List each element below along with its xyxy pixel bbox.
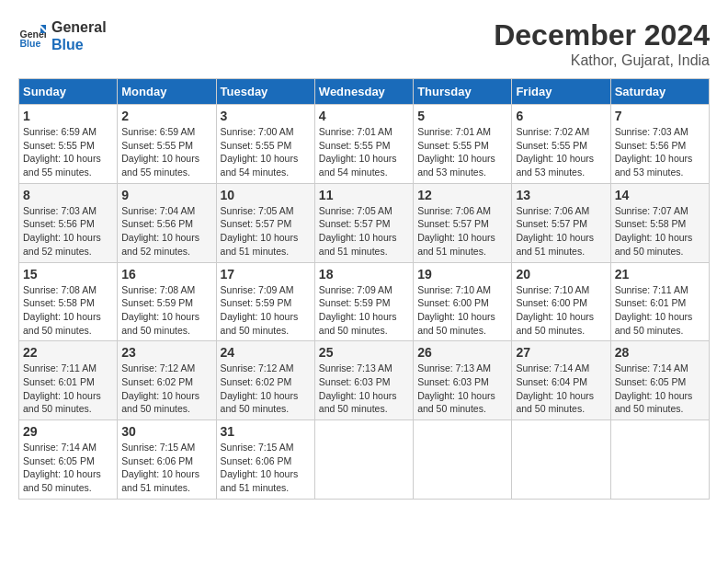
day-number: 26 bbox=[417, 345, 507, 360]
day-number: 15 bbox=[23, 267, 113, 282]
day-number: 27 bbox=[516, 345, 606, 360]
calendar-day-cell: 4 Sunrise: 7:01 AM Sunset: 5:55 PM Dayli… bbox=[314, 105, 413, 184]
day-number: 8 bbox=[23, 188, 113, 202]
calendar-day-cell: 25 Sunrise: 7:13 AM Sunset: 6:03 PM Dayl… bbox=[314, 341, 413, 420]
calendar-day-cell: 12 Sunrise: 7:06 AM Sunset: 5:57 PM Dayl… bbox=[414, 183, 512, 262]
day-info: Sunrise: 7:04 AM Sunset: 5:56 PM Dayligh… bbox=[121, 204, 211, 259]
calendar-day-cell: 6 Sunrise: 7:02 AM Sunset: 5:55 PM Dayli… bbox=[512, 105, 610, 184]
day-info: Sunrise: 7:11 AM Sunset: 6:01 PM Dayligh… bbox=[23, 362, 113, 416]
calendar-day-cell: 10 Sunrise: 7:05 AM Sunset: 5:57 PM Dayl… bbox=[216, 183, 314, 262]
calendar-day-cell: 18 Sunrise: 7:09 AM Sunset: 5:59 PM Dayl… bbox=[314, 262, 413, 341]
calendar-day-cell: 26 Sunrise: 7:13 AM Sunset: 6:03 PM Dayl… bbox=[414, 341, 512, 420]
calendar-day-cell: 14 Sunrise: 7:07 AM Sunset: 5:58 PM Dayl… bbox=[610, 183, 709, 262]
day-number: 22 bbox=[23, 345, 113, 360]
day-info: Sunrise: 7:08 AM Sunset: 5:58 PM Dayligh… bbox=[23, 283, 113, 338]
day-info: Sunrise: 7:12 AM Sunset: 6:02 PM Dayligh… bbox=[121, 362, 211, 416]
calendar-header-row: Sunday Monday Tuesday Wednesday Thursday… bbox=[19, 79, 710, 105]
day-info: Sunrise: 7:02 AM Sunset: 5:55 PM Dayligh… bbox=[516, 125, 606, 179]
calendar-week-row: 1 Sunrise: 6:59 AM Sunset: 5:55 PM Dayli… bbox=[19, 105, 710, 184]
day-info: Sunrise: 7:03 AM Sunset: 5:56 PM Dayligh… bbox=[23, 204, 113, 259]
col-tuesday: Tuesday bbox=[216, 79, 314, 105]
calendar-day-cell: 29 Sunrise: 7:14 AM Sunset: 6:05 PM Dayl… bbox=[19, 420, 118, 500]
calendar-day-cell: 19 Sunrise: 7:10 AM Sunset: 6:00 PM Dayl… bbox=[414, 262, 512, 341]
day-info: Sunrise: 6:59 AM Sunset: 5:55 PM Dayligh… bbox=[121, 125, 211, 179]
day-number: 19 bbox=[417, 267, 507, 282]
day-info: Sunrise: 7:07 AM Sunset: 5:58 PM Dayligh… bbox=[615, 204, 705, 259]
calendar-day-cell: 20 Sunrise: 7:10 AM Sunset: 6:00 PM Dayl… bbox=[512, 262, 610, 341]
calendar-day-cell: 22 Sunrise: 7:11 AM Sunset: 6:01 PM Dayl… bbox=[19, 341, 118, 420]
day-info: Sunrise: 7:03 AM Sunset: 5:56 PM Dayligh… bbox=[615, 125, 705, 179]
day-number: 24 bbox=[221, 345, 311, 360]
calendar-day-cell: 13 Sunrise: 7:06 AM Sunset: 5:57 PM Dayl… bbox=[512, 183, 610, 262]
day-number: 1 bbox=[23, 109, 113, 123]
day-info: Sunrise: 7:14 AM Sunset: 6:05 PM Dayligh… bbox=[615, 362, 705, 416]
day-number: 14 bbox=[615, 188, 705, 202]
day-info: Sunrise: 7:14 AM Sunset: 6:04 PM Dayligh… bbox=[516, 362, 606, 416]
calendar-week-row: 29 Sunrise: 7:14 AM Sunset: 6:05 PM Dayl… bbox=[19, 420, 710, 500]
location: Kathor, Gujarat, India bbox=[494, 52, 710, 69]
day-info: Sunrise: 7:15 AM Sunset: 6:06 PM Dayligh… bbox=[221, 441, 311, 495]
day-number: 13 bbox=[516, 188, 606, 202]
empty-cell bbox=[314, 420, 413, 500]
day-info: Sunrise: 7:15 AM Sunset: 6:06 PM Dayligh… bbox=[121, 441, 211, 495]
day-number: 6 bbox=[516, 109, 606, 123]
day-number: 31 bbox=[221, 424, 311, 439]
calendar-table: Sunday Monday Tuesday Wednesday Thursday… bbox=[18, 78, 710, 500]
logo-icon: General Blue bbox=[18, 22, 46, 50]
day-info: Sunrise: 6:59 AM Sunset: 5:55 PM Dayligh… bbox=[23, 125, 113, 179]
day-number: 28 bbox=[615, 345, 705, 360]
day-info: Sunrise: 7:13 AM Sunset: 6:03 PM Dayligh… bbox=[417, 362, 507, 416]
day-info: Sunrise: 7:14 AM Sunset: 6:05 PM Dayligh… bbox=[23, 441, 113, 495]
day-number: 10 bbox=[221, 188, 311, 202]
svg-text:Blue: Blue bbox=[20, 38, 41, 49]
day-number: 7 bbox=[615, 109, 705, 123]
logo-line1: General bbox=[51, 18, 107, 36]
day-info: Sunrise: 7:01 AM Sunset: 5:55 PM Dayligh… bbox=[319, 125, 409, 179]
day-number: 17 bbox=[221, 267, 311, 282]
title-block: December 2024 Kathor, Gujarat, India bbox=[494, 18, 710, 69]
day-number: 11 bbox=[319, 188, 409, 202]
calendar-week-row: 15 Sunrise: 7:08 AM Sunset: 5:58 PM Dayl… bbox=[19, 262, 710, 341]
calendar-day-cell: 24 Sunrise: 7:12 AM Sunset: 6:02 PM Dayl… bbox=[216, 341, 314, 420]
col-monday: Monday bbox=[118, 79, 216, 105]
calendar-day-cell: 11 Sunrise: 7:05 AM Sunset: 5:57 PM Dayl… bbox=[314, 183, 413, 262]
col-saturday: Saturday bbox=[610, 79, 709, 105]
day-info: Sunrise: 7:10 AM Sunset: 6:00 PM Dayligh… bbox=[516, 283, 606, 338]
calendar-day-cell: 16 Sunrise: 7:08 AM Sunset: 5:59 PM Dayl… bbox=[118, 262, 216, 341]
day-info: Sunrise: 7:13 AM Sunset: 6:03 PM Dayligh… bbox=[319, 362, 409, 416]
day-info: Sunrise: 7:05 AM Sunset: 5:57 PM Dayligh… bbox=[319, 204, 409, 259]
calendar-day-cell: 2 Sunrise: 6:59 AM Sunset: 5:55 PM Dayli… bbox=[118, 105, 216, 184]
day-number: 30 bbox=[121, 424, 211, 439]
day-info: Sunrise: 7:09 AM Sunset: 5:59 PM Dayligh… bbox=[221, 283, 311, 338]
calendar-day-cell: 1 Sunrise: 6:59 AM Sunset: 5:55 PM Dayli… bbox=[19, 105, 118, 184]
calendar-week-row: 8 Sunrise: 7:03 AM Sunset: 5:56 PM Dayli… bbox=[19, 183, 710, 262]
calendar-day-cell: 28 Sunrise: 7:14 AM Sunset: 6:05 PM Dayl… bbox=[610, 341, 709, 420]
col-thursday: Thursday bbox=[414, 79, 512, 105]
calendar-day-cell: 31 Sunrise: 7:15 AM Sunset: 6:06 PM Dayl… bbox=[216, 420, 314, 500]
calendar-day-cell: 30 Sunrise: 7:15 AM Sunset: 6:06 PM Dayl… bbox=[118, 420, 216, 500]
logo-line2: Blue bbox=[51, 36, 107, 53]
calendar-day-cell: 21 Sunrise: 7:11 AM Sunset: 6:01 PM Dayl… bbox=[610, 262, 709, 341]
page-header: General Blue General Blue December 2024 … bbox=[18, 18, 710, 69]
calendar-day-cell: 7 Sunrise: 7:03 AM Sunset: 5:56 PM Dayli… bbox=[610, 105, 709, 184]
day-number: 29 bbox=[23, 424, 113, 439]
day-number: 5 bbox=[417, 109, 507, 123]
day-info: Sunrise: 7:05 AM Sunset: 5:57 PM Dayligh… bbox=[221, 204, 311, 259]
col-friday: Friday bbox=[512, 79, 610, 105]
day-info: Sunrise: 7:11 AM Sunset: 6:01 PM Dayligh… bbox=[615, 283, 705, 338]
day-number: 20 bbox=[516, 267, 606, 282]
day-info: Sunrise: 7:09 AM Sunset: 5:59 PM Dayligh… bbox=[319, 283, 409, 338]
calendar-day-cell: 17 Sunrise: 7:09 AM Sunset: 5:59 PM Dayl… bbox=[216, 262, 314, 341]
day-info: Sunrise: 7:10 AM Sunset: 6:00 PM Dayligh… bbox=[417, 283, 507, 338]
empty-cell bbox=[414, 420, 512, 500]
logo: General Blue General Blue bbox=[18, 18, 107, 53]
day-number: 2 bbox=[121, 109, 211, 123]
empty-cell bbox=[610, 420, 709, 500]
calendar-day-cell: 3 Sunrise: 7:00 AM Sunset: 5:55 PM Dayli… bbox=[216, 105, 314, 184]
day-number: 9 bbox=[121, 188, 211, 202]
day-number: 12 bbox=[417, 188, 507, 202]
calendar-day-cell: 9 Sunrise: 7:04 AM Sunset: 5:56 PM Dayli… bbox=[118, 183, 216, 262]
calendar-day-cell: 5 Sunrise: 7:01 AM Sunset: 5:55 PM Dayli… bbox=[414, 105, 512, 184]
day-number: 4 bbox=[319, 109, 409, 123]
day-number: 18 bbox=[319, 267, 409, 282]
